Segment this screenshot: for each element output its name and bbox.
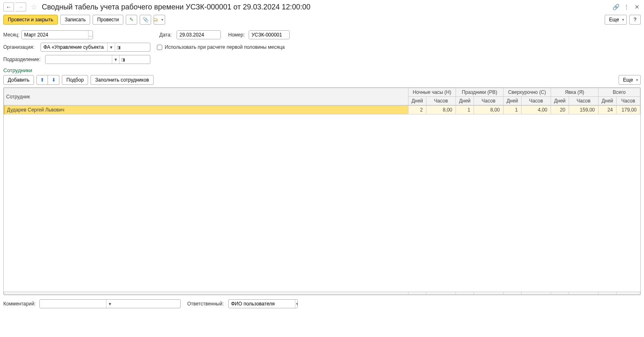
col-hours[interactable]: Часов — [474, 97, 503, 105]
col-night[interactable]: Ночные часы (Н) — [408, 88, 456, 97]
help-button[interactable]: ? — [629, 15, 641, 25]
cell-employee-name[interactable]: Дударев Сергей Львович — [5, 106, 408, 114]
post-and-close-button[interactable]: Провести и закрыть — [3, 15, 58, 25]
col-hours[interactable]: Часов — [617, 97, 640, 105]
col-hours[interactable]: Часов — [569, 97, 598, 105]
kebab-menu-icon[interactable]: ⋮ — [623, 3, 630, 11]
more-button[interactable]: Еще▼ — [605, 15, 627, 25]
section-more-button[interactable]: Еще▼ — [619, 75, 641, 85]
col-total[interactable]: Всего — [599, 88, 640, 97]
paperclip-icon: 📎 — [143, 17, 149, 23]
open-icon[interactable]: ◨ — [119, 55, 127, 64]
col-hours[interactable]: Часов — [426, 97, 456, 105]
save-button[interactable]: Записать — [60, 15, 90, 25]
col-attendance[interactable]: Явка (Я) — [551, 88, 598, 97]
dept-label: Подразделение: — [3, 57, 43, 62]
employees-table[interactable]: Сотрудник Ночные часы (Н) Праздники (РВ)… — [3, 87, 641, 295]
post-button[interactable]: Провести — [93, 15, 123, 25]
dept-input[interactable]: ▼ ◨ — [45, 55, 150, 64]
fill-employees-button[interactable]: Заполнить сотрудников — [91, 75, 153, 85]
col-days[interactable]: Дней — [503, 97, 521, 105]
col-holiday[interactable]: Праздники (РВ) — [456, 88, 503, 97]
nav-back-button[interactable]: ← — [3, 2, 14, 11]
col-days[interactable]: Дней — [599, 97, 617, 105]
number-label: Номер: — [228, 32, 246, 38]
edit-icon-button[interactable]: ✎ — [126, 15, 137, 25]
gear-icon: 🗂 — [153, 17, 158, 23]
dropdown-icon[interactable]: ▼ — [106, 300, 113, 308]
move-down-button[interactable]: ⬇ — [48, 75, 59, 85]
attach-icon-button[interactable]: 📎 — [140, 15, 151, 25]
number-input[interactable] — [249, 30, 290, 39]
print-dropdown-button[interactable]: 🗂▼ — [154, 15, 165, 25]
chevron-down-icon: ▼ — [161, 18, 164, 22]
col-days[interactable]: Дней — [408, 97, 426, 105]
col-hours[interactable]: Часов — [521, 97, 551, 105]
dropdown-icon[interactable]: ▼ — [295, 300, 298, 308]
org-label: Организация: — [3, 44, 38, 50]
add-button[interactable]: Добавить — [3, 75, 34, 85]
nav-forward-button[interactable]: → — [16, 2, 26, 11]
col-employee[interactable]: Сотрудник — [4, 88, 408, 105]
month-input[interactable]: … ▲ ▼ — [21, 30, 93, 39]
org-input[interactable]: ▼ ◨ — [41, 43, 150, 52]
chevron-down-icon: ▼ — [621, 18, 625, 22]
date-input[interactable]: 📅 — [177, 30, 221, 39]
page-title: Сводный табель учета рабочего времени УС… — [42, 3, 610, 11]
chevron-down-icon: ▼ — [635, 78, 639, 82]
favorite-star-icon[interactable]: ☆ — [29, 2, 39, 11]
col-days[interactable]: Дней — [551, 97, 569, 105]
col-days[interactable]: Дней — [456, 97, 474, 105]
pencil-icon: ✎ — [129, 17, 134, 23]
month-label: Месяц: — [3, 32, 19, 38]
use-first-half-checkbox[interactable]: Использовать при расчете первой половины… — [157, 44, 285, 50]
ellipsis-icon[interactable]: … — [88, 31, 93, 39]
link-icon[interactable]: 🔗 — [612, 3, 619, 11]
dropdown-icon[interactable]: ▼ — [107, 43, 115, 51]
responsible-label: Ответственный: — [187, 301, 226, 307]
col-overtime[interactable]: Сверхурочно (С) — [503, 88, 551, 97]
table-row[interactable]: Дударев Сергей Львович 2 8,00 1 8,00 1 4… — [5, 106, 640, 114]
comment-input[interactable]: ▼ — [39, 299, 181, 308]
date-label: Дата: — [159, 32, 174, 38]
move-up-button[interactable]: ⬆ — [36, 75, 48, 85]
employees-section-title: Сотрудники — [3, 66, 641, 74]
comment-label: Комментарий: — [3, 301, 37, 307]
responsible-input[interactable]: ▼ ◨ — [228, 299, 298, 308]
close-icon[interactable]: ✕ — [633, 3, 641, 11]
dropdown-icon[interactable]: ▼ — [112, 55, 119, 64]
open-icon[interactable]: ◨ — [115, 43, 122, 51]
select-button[interactable]: Подбор — [62, 75, 88, 85]
